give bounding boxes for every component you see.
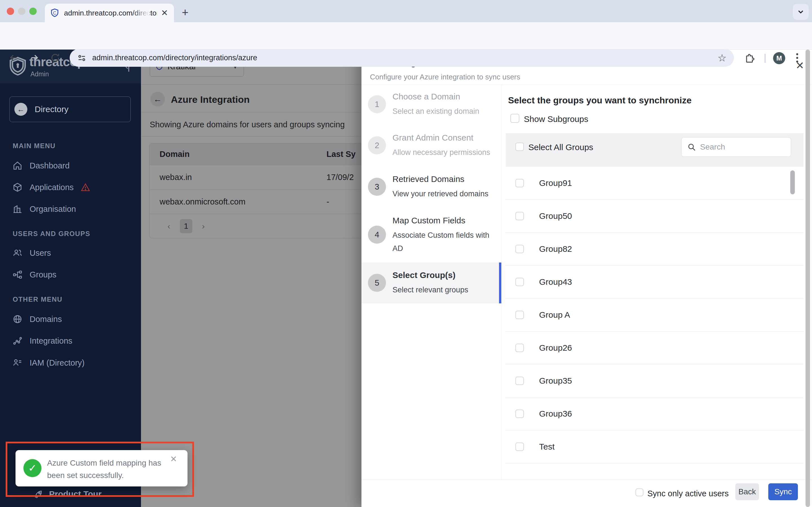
group-checkbox[interactable] xyxy=(515,344,524,352)
sidebar-item-groups[interactable]: Groups xyxy=(13,267,137,283)
group-row[interactable]: Group A xyxy=(505,298,804,332)
group-row[interactable]: Group50 xyxy=(505,200,804,233)
step-2[interactable]: Grant Admin Consent xyxy=(393,133,497,143)
warning-icon xyxy=(81,183,90,192)
group-label: Group82 xyxy=(539,244,572,254)
new-tab-button[interactable]: + xyxy=(182,6,188,19)
drawer-header-divider xyxy=(361,84,812,85)
group-row[interactable]: Group26 xyxy=(505,332,804,364)
sync-only-active-label: Sync only active users xyxy=(647,489,729,498)
section-users-groups: USERS AND GROUPS xyxy=(13,230,90,238)
success-toast: ✓ Azure Custom field mapping has been se… xyxy=(15,450,188,487)
groups-icon xyxy=(13,270,22,279)
group-checkbox[interactable] xyxy=(515,179,524,187)
sidebar-item-label: Groups xyxy=(30,270,56,279)
group-row[interactable]: Group82 xyxy=(505,233,804,266)
step-4-number: 4 xyxy=(368,226,386,244)
svg-text:C: C xyxy=(53,11,56,15)
iam-icon xyxy=(13,358,22,368)
back-icon[interactable] xyxy=(8,53,18,63)
sidebar-item-label: Domains xyxy=(30,315,62,324)
page-scrollbar[interactable] xyxy=(806,50,810,507)
group-checkbox[interactable] xyxy=(515,377,524,385)
window-minimize-button[interactable] xyxy=(18,8,26,15)
sidebar-directory-back[interactable]: ← Directory xyxy=(9,96,131,122)
browser-tab[interactable]: C admin.threatcop.com/director ✕ xyxy=(45,4,174,22)
group-row[interactable]: Group36 xyxy=(505,397,804,431)
sidebar: threatcop Admin ‹▏ ← Directory MAIN MENU… xyxy=(0,50,141,507)
sidebar-item-organisation[interactable]: Organisation xyxy=(13,201,137,217)
step-3-number: 3 xyxy=(368,178,386,196)
group-checkbox[interactable] xyxy=(515,278,524,286)
group-checkbox[interactable] xyxy=(515,443,524,451)
select-all-label: Select All Groups xyxy=(528,143,593,152)
bookmark-star-icon[interactable]: ☆ xyxy=(718,53,726,63)
group-checkbox[interactable] xyxy=(515,212,524,220)
sidebar-item-iam-directory[interactable]: IAM (Directory) xyxy=(13,355,137,371)
browser-menu-kebab-icon[interactable] xyxy=(796,52,798,64)
step-1-desc: Select an existing domain xyxy=(393,105,497,118)
group-checkbox[interactable] xyxy=(515,409,524,418)
forward-icon[interactable] xyxy=(29,53,40,63)
reload-icon[interactable] xyxy=(50,53,60,63)
search-input[interactable] xyxy=(700,143,779,152)
group-label: Group91 xyxy=(539,178,572,188)
group-row[interactable]: Group43 xyxy=(505,266,804,298)
sidebar-item-label: IAM (Directory) xyxy=(30,358,85,368)
group-checkbox[interactable] xyxy=(515,245,524,253)
toast-message: Azure Custom field mapping has been set … xyxy=(47,457,165,482)
step-2-number: 2 xyxy=(368,136,386,154)
sidebar-item-dashboard[interactable]: Dashboard xyxy=(13,158,137,173)
show-subgroups-label: Show Subgroups xyxy=(524,114,589,124)
show-subgroups-checkbox[interactable] xyxy=(510,114,519,123)
back-arrow-icon: ← xyxy=(14,103,28,116)
group-label: Group26 xyxy=(539,343,572,353)
profile-avatar[interactable]: M xyxy=(773,52,785,64)
step-5[interactable]: Select Group(s) xyxy=(393,270,497,280)
window-maximize-button[interactable] xyxy=(29,8,37,15)
group-search[interactable] xyxy=(681,137,791,157)
sidebar-item-integrations[interactable]: Integrations xyxy=(13,333,137,349)
sidebar-item-label: Applications xyxy=(30,183,73,192)
url-text[interactable]: admin.threatcop.com/directory/integratio… xyxy=(92,54,718,62)
sidebar-item-label: Users xyxy=(30,248,51,258)
step-1-number: 1 xyxy=(368,95,386,113)
group-list-scrollbar-thumb[interactable] xyxy=(790,170,795,194)
search-icon xyxy=(687,143,696,152)
tab-title-fade xyxy=(133,9,150,18)
cube-icon xyxy=(13,182,22,192)
step-4-desc: Associate Custom fields with AD xyxy=(393,229,493,255)
step-5-desc: Select relevant groups xyxy=(393,283,497,297)
select-all-checkbox[interactable] xyxy=(515,143,524,151)
integrations-icon xyxy=(13,336,22,346)
step-1[interactable]: Choose a Domain xyxy=(393,92,497,101)
sidebar-item-applications[interactable]: Applications xyxy=(13,179,137,195)
users-icon xyxy=(13,248,22,258)
back-button[interactable]: Back xyxy=(735,483,759,500)
window-close-button[interactable] xyxy=(7,8,14,15)
toast-close-icon[interactable]: ✕ xyxy=(170,454,177,464)
group-checkbox[interactable] xyxy=(515,311,524,319)
group-label: Test xyxy=(539,442,555,452)
window-chevron-down-icon[interactable] xyxy=(793,4,809,20)
tab-close-icon[interactable]: ✕ xyxy=(161,9,168,17)
group-row[interactable]: Test xyxy=(505,431,804,463)
browser-toolbar: admin.threatcop.com/directory/integratio… xyxy=(0,22,812,50)
url-bar[interactable]: admin.threatcop.com/directory/integratio… xyxy=(70,49,734,67)
group-row[interactable]: Group35 xyxy=(505,364,804,397)
azure-integration-drawer: Azure Integration Configure your Azure i… xyxy=(361,50,812,507)
sidebar-item-label: Organisation xyxy=(30,205,76,214)
step-3[interactable]: Retrieved Domains xyxy=(393,174,497,184)
sync-only-active-checkbox[interactable] xyxy=(636,489,644,496)
section-other-menu: OTHER MENU xyxy=(13,295,62,303)
home-icon xyxy=(13,161,22,170)
extensions-puzzle-icon[interactable] xyxy=(744,53,755,64)
sidebar-item-label: Integrations xyxy=(30,336,72,346)
sidebar-item-users[interactable]: Users xyxy=(13,245,137,261)
step-4[interactable]: Map Custom Fields xyxy=(393,216,497,225)
sidebar-item-domains[interactable]: Domains xyxy=(13,311,137,327)
group-row[interactable]: Group91 xyxy=(505,167,804,200)
success-check-icon: ✓ xyxy=(23,459,42,477)
sync-button[interactable]: Sync xyxy=(768,483,798,500)
site-info-icon[interactable] xyxy=(77,53,87,63)
